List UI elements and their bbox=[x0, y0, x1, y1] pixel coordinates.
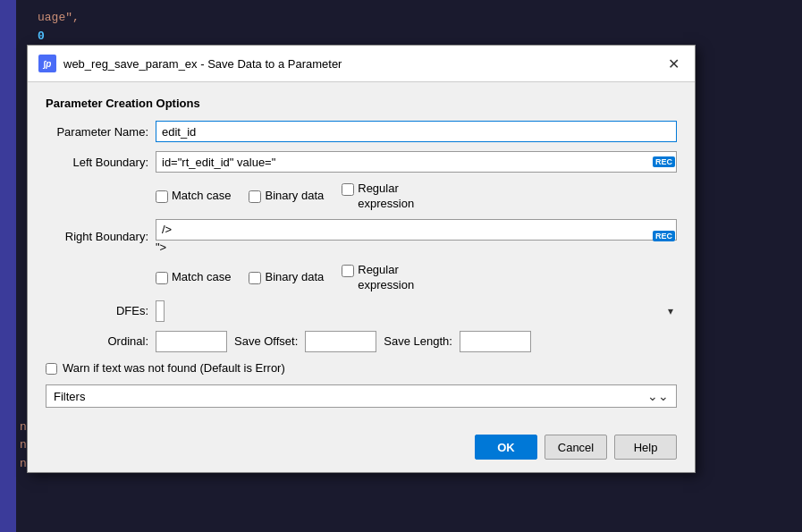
right-binary-data-checkbox[interactable] bbox=[249, 272, 261, 284]
close-button[interactable]: ✕ bbox=[663, 53, 684, 74]
parameter-name-label: Parameter Name: bbox=[46, 125, 148, 139]
dfes-label: DFEs: bbox=[46, 304, 148, 317]
right-binary-data-label: Binary data bbox=[265, 270, 324, 285]
dfes-select[interactable] bbox=[156, 300, 165, 322]
save-offset-input[interactable] bbox=[305, 331, 376, 352]
warn-checkbox[interactable] bbox=[46, 363, 57, 375]
dfes-row: DFEs: ▾ bbox=[46, 300, 677, 322]
right-boundary-rec-badge: REC bbox=[653, 231, 675, 241]
help-button[interactable]: Help bbox=[614, 435, 677, 460]
save-length-label: Save Length: bbox=[384, 334, 452, 348]
filters-row[interactable]: Filters ⌄⌄ bbox=[46, 384, 677, 408]
left-boundary-row: Left Boundary: REC bbox=[46, 151, 677, 173]
right-match-case-checkbox[interactable] bbox=[156, 272, 168, 284]
right-boundary-input[interactable] bbox=[156, 219, 677, 241]
left-match-case-item: Match case bbox=[156, 189, 231, 204]
dialog-title: web_reg_save_param_ex - Save Data to a P… bbox=[63, 57, 342, 71]
filters-label: Filters bbox=[54, 390, 85, 403]
dfes-select-wrapper: ▾ bbox=[156, 300, 677, 322]
ordinal-row: Ordinal: Save Offset: Save Length: bbox=[46, 331, 677, 352]
left-regex-checkbox[interactable] bbox=[342, 183, 354, 196]
right-regex-checkbox[interactable] bbox=[342, 265, 354, 277]
left-match-case-label: Match case bbox=[172, 189, 231, 204]
left-binary-data-item: Binary data bbox=[249, 189, 324, 204]
code-line-1: uage", bbox=[18, 9, 784, 28]
right-match-case-item: Match case bbox=[156, 270, 231, 285]
dialog-footer: OK Cancel Help bbox=[28, 431, 695, 472]
ordinal-input[interactable] bbox=[156, 331, 227, 352]
dialog-title-left: ∫p web_reg_save_param_ex - Save Data to … bbox=[38, 55, 342, 72]
ordinal-label: Ordinal: bbox=[46, 334, 148, 348]
dialog-body: Parameter Creation Options Parameter Nam… bbox=[28, 82, 695, 431]
left-match-case-checkbox[interactable] bbox=[156, 190, 168, 203]
dfes-select-arrow: ▾ bbox=[668, 305, 673, 317]
save-offset-label: Save Offset: bbox=[234, 334, 298, 348]
save-length-input[interactable] bbox=[460, 331, 531, 352]
section-title: Parameter Creation Options bbox=[46, 97, 677, 110]
right-regex-label: Regularexpression bbox=[358, 263, 414, 293]
dialog-titlebar: ∫p web_reg_save_param_ex - Save Data to … bbox=[28, 46, 695, 82]
code-line-2: 0 bbox=[18, 28, 784, 46]
right-boundary-input-wrapper: "> REC bbox=[156, 219, 677, 254]
dialog-icon: ∫p bbox=[38, 55, 56, 72]
left-regex-label: Regularexpression bbox=[358, 182, 414, 212]
parameter-name-row: Parameter Name: bbox=[46, 121, 677, 142]
filters-expand-icon: ⌄⌄ bbox=[647, 389, 669, 403]
parameter-name-input[interactable] bbox=[156, 121, 677, 142]
left-checkbox-row: Match case Binary data Regularexpression bbox=[156, 182, 677, 212]
cancel-button[interactable]: Cancel bbox=[545, 435, 607, 460]
right-boundary-row: Right Boundary: "> REC bbox=[46, 219, 677, 254]
warn-row: Warn if text was not found (Default is E… bbox=[46, 361, 677, 376]
right-checkbox-row: Match case Binary data Regularexpression bbox=[156, 263, 677, 293]
warn-label: Warn if text was not found (Default is E… bbox=[63, 361, 285, 376]
left-boundary-input-wrapper: REC bbox=[156, 151, 677, 173]
line-indicator bbox=[0, 0, 16, 532]
dialog-icon-text: ∫p bbox=[44, 59, 52, 69]
left-binary-data-label: Binary data bbox=[265, 189, 324, 204]
dialog: ∫p web_reg_save_param_ex - Save Data to … bbox=[27, 45, 696, 473]
left-binary-data-checkbox[interactable] bbox=[249, 190, 261, 203]
ok-button[interactable]: OK bbox=[475, 435, 537, 460]
left-regex-item: Regularexpression bbox=[342, 182, 414, 212]
left-boundary-label: Left Boundary: bbox=[46, 156, 148, 169]
right-regex-item: Regularexpression bbox=[342, 263, 414, 293]
right-boundary-label: Right Boundary: bbox=[46, 230, 148, 243]
right-binary-data-item: Binary data bbox=[249, 270, 324, 285]
left-boundary-input[interactable] bbox=[156, 151, 677, 173]
left-boundary-rec-badge: REC bbox=[653, 156, 675, 167]
right-match-case-label: Match case bbox=[172, 270, 231, 285]
